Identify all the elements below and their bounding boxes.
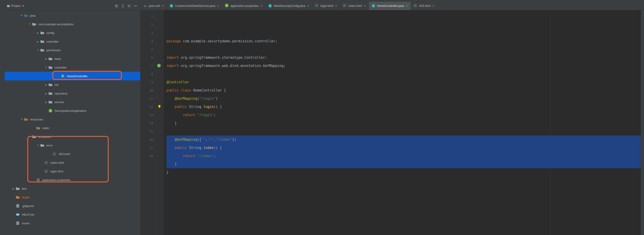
tree-item-error[interactable]: ▼error bbox=[4, 141, 140, 150]
line-number: 11 bbox=[140, 95, 153, 103]
tree-item-perm_controller[interactable]: ▼controller bbox=[4, 63, 140, 72]
tree-item-app_class[interactable]: SecurtydemoApplication bbox=[4, 106, 140, 115]
close-icon[interactable]: ✕ bbox=[307, 4, 309, 8]
close-icon[interactable]: ✕ bbox=[335, 4, 337, 8]
tree-arrow-icon[interactable]: ▼ bbox=[36, 144, 40, 146]
expand-all-button[interactable] bbox=[120, 4, 125, 9]
tree-item-bean[interactable]: ▶bean bbox=[4, 54, 140, 63]
hide-button[interactable] bbox=[133, 4, 138, 9]
editor-tab-4[interactable]: Hlogin.html✕ bbox=[312, 2, 340, 10]
tree-arrow-icon[interactable]: ▼ bbox=[36, 49, 40, 51]
close-icon[interactable]: ✕ bbox=[364, 4, 366, 8]
tab-label: index.html bbox=[348, 4, 362, 8]
code-line-18[interactable] bbox=[166, 176, 641, 185]
code-line-17[interactable]: } bbox=[166, 168, 641, 176]
tree-node-label: init bbox=[54, 83, 58, 87]
tree-item-test[interactable]: ▶test bbox=[4, 184, 140, 193]
close-icon[interactable]: ✕ bbox=[217, 4, 219, 8]
code-line-14[interactable]: public String index() { bbox=[166, 144, 641, 152]
tree-arrow-icon[interactable]: ▶ bbox=[11, 187, 16, 190]
code-line-8[interactable]: @GetMapping("/login") bbox=[166, 95, 641, 103]
tree-item-repository[interactable]: ▶repository bbox=[4, 89, 140, 98]
tree-item-help_md[interactable]: MDHELP.md bbox=[4, 210, 140, 219]
project-title[interactable]: Project ▼ bbox=[7, 4, 24, 8]
tree-item-target[interactable]: target bbox=[4, 193, 140, 201]
tree-arrow-icon[interactable]: ▶ bbox=[36, 40, 40, 43]
code-line-10[interactable]: return "/login"; bbox=[166, 111, 641, 119]
close-icon[interactable]: ✕ bbox=[406, 4, 408, 8]
tree-item-gitignore[interactable]: .gitignore bbox=[4, 201, 140, 210]
locate-button[interactable] bbox=[114, 4, 119, 9]
tree-item-f403[interactable]: H403.html bbox=[4, 150, 140, 158]
line-number: 14 bbox=[140, 119, 153, 127]
code-line-11[interactable]: } bbox=[166, 119, 641, 127]
svg-point-18 bbox=[49, 109, 52, 112]
code-line-5[interactable] bbox=[166, 70, 641, 78]
editor-tab-7[interactable]: H403.html✕ bbox=[411, 2, 438, 10]
tab-label: application.properties bbox=[230, 4, 258, 8]
tree-arrow-icon[interactable]: ▶ bbox=[36, 32, 40, 34]
tree-node-icon: MD bbox=[16, 212, 20, 217]
close-icon[interactable]: ✕ bbox=[432, 4, 434, 8]
tree-item-service[interactable]: ▶service bbox=[4, 98, 140, 106]
code-line-4[interactable]: import org.springframework.web.bind.anno… bbox=[166, 62, 641, 70]
tree-item-init[interactable]: ▶init bbox=[4, 80, 140, 89]
tree-item-app_props[interactable]: application.properties bbox=[4, 176, 140, 184]
overview-ruler[interactable] bbox=[641, 10, 644, 235]
project-tree[interactable]: ▼java▼com.example.securtydemo▶config▶con… bbox=[4, 10, 140, 235]
maven-icon: m bbox=[143, 4, 147, 8]
code-line-7[interactable]: public class HomeController { bbox=[166, 86, 641, 95]
editor-tab-0[interactable]: mpom.xml✕ bbox=[140, 2, 167, 10]
tree-item-config[interactable]: ▶config bbox=[4, 29, 140, 37]
code-line-15[interactable]: return "/index"; bbox=[166, 152, 641, 160]
tree-arrow-icon[interactable]: ▶ bbox=[44, 58, 48, 60]
close-icon[interactable]: ✕ bbox=[162, 4, 164, 8]
code-line-6[interactable]: @Controller bbox=[166, 78, 641, 86]
tree-item-static[interactable]: static bbox=[4, 124, 140, 132]
code-line-2[interactable] bbox=[166, 45, 641, 54]
svg-rect-49 bbox=[159, 108, 160, 108]
editor-tab-5[interactable]: Hindex.html✕ bbox=[340, 2, 369, 10]
settings-button[interactable] bbox=[127, 4, 132, 9]
code-line-1[interactable]: package com.example.securtydemo.permissi… bbox=[166, 37, 641, 45]
tool-window-stripe[interactable] bbox=[0, 2, 4, 235]
editor-tab-1[interactable]: CCustomUserDetailService.java✕ bbox=[167, 2, 222, 10]
code-area[interactable]: package com.example.securtydemo.permissi… bbox=[164, 10, 641, 235]
html-icon: H bbox=[414, 4, 418, 8]
tree-item-templates[interactable]: ▼templates bbox=[4, 132, 140, 141]
editor-tab-3[interactable]: CWebSecurityConfig.java✕ bbox=[266, 2, 312, 10]
code-line-16[interactable]: } bbox=[166, 160, 641, 168]
tree-item-mvnw[interactable]: mvnw bbox=[4, 219, 140, 227]
tree-item-index_html[interactable]: Hindex.html bbox=[4, 158, 140, 167]
tree-item-controller[interactable]: ▶controller bbox=[4, 37, 140, 46]
tree-arrow-icon[interactable]: ▶ bbox=[44, 101, 48, 103]
code-line-9[interactable]: public String login() { bbox=[166, 103, 641, 111]
tree-item-permission[interactable]: ▼permission bbox=[4, 46, 140, 54]
tree-arrow-icon[interactable]: ▼ bbox=[28, 135, 32, 138]
intention-bulb-icon[interactable] bbox=[157, 105, 162, 109]
close-icon[interactable]: ✕ bbox=[260, 4, 263, 8]
tree-item-login_html[interactable]: Hlogin.html bbox=[4, 167, 140, 176]
code-line-12[interactable] bbox=[166, 127, 641, 135]
tree-node-icon bbox=[16, 186, 20, 191]
tree-arrow-icon[interactable]: ▼ bbox=[44, 66, 48, 69]
tree-item-home_controller[interactable]: CHomeController bbox=[4, 72, 140, 80]
tree-node-label: HomeController bbox=[67, 75, 88, 78]
editor-tab-6[interactable]: CHomeController.java✕ bbox=[369, 2, 411, 10]
svg-rect-17 bbox=[134, 6, 137, 6]
tree-arrow-icon[interactable]: ▼ bbox=[20, 118, 24, 120]
code-line-3[interactable]: import org.springframework.stereotype.Co… bbox=[166, 54, 641, 62]
tree-arrow-icon[interactable]: ▶ bbox=[44, 84, 48, 86]
tree-arrow-icon[interactable]: ▼ bbox=[28, 23, 32, 25]
spring-icon bbox=[225, 4, 229, 8]
tree-arrow-icon[interactable]: ▼ bbox=[20, 14, 24, 17]
spring-gutter-icon[interactable] bbox=[157, 64, 162, 68]
editor-tab-2[interactable]: application.properties✕ bbox=[222, 2, 266, 10]
tree-item-resources[interactable]: ▼resources bbox=[4, 115, 140, 124]
svg-text:H: H bbox=[316, 5, 317, 7]
tree-item-pkg[interactable]: ▼com.example.securtydemo bbox=[4, 20, 140, 29]
tree-arrow-icon[interactable]: ▶ bbox=[44, 92, 48, 95]
tree-item-java[interactable]: ▼java bbox=[4, 11, 140, 20]
code-line-13[interactable]: @GetMapping({"","/","/index"}) bbox=[166, 135, 641, 144]
project-tool-window: Project ▼ bbox=[0, 2, 140, 235]
